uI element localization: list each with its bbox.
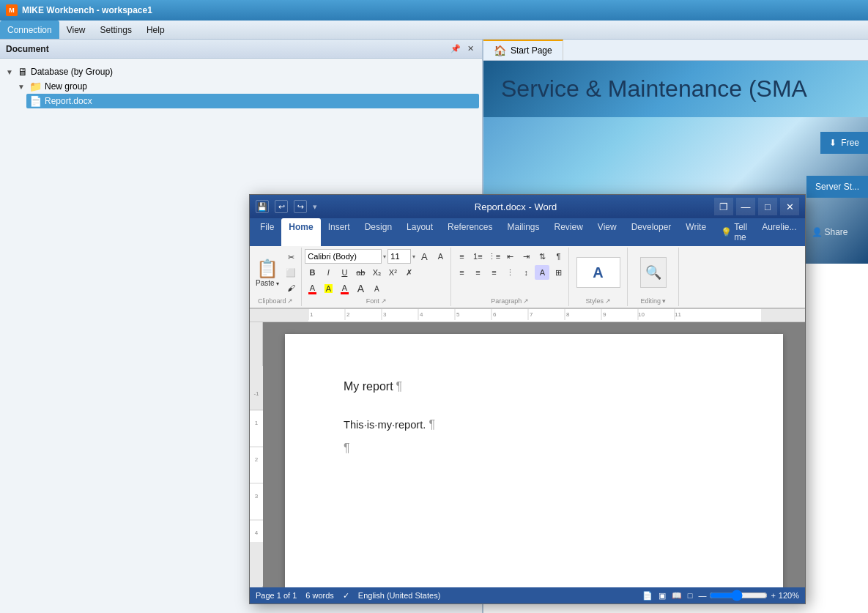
subscript-button[interactable]: X₂ [369,265,384,280]
cut-button[interactable]: ✂ [283,250,298,264]
strikethrough-button[interactable]: ab [353,265,368,280]
justify-button[interactable]: ⋮ [502,265,517,280]
multilevel-list-button[interactable]: ⋮≡ [486,249,501,264]
word-maximize-button[interactable]: □ [758,198,777,215]
app-title-bar: M MIKE Workbench - workspace1 [0,0,868,21]
tree-indent-1: ▼ 📁 New group 📄 Report.docx [3,79,479,108]
font-size-small-button[interactable]: A [369,281,384,296]
list-ordered-button[interactable]: 1≡ [470,249,485,264]
tab-review[interactable]: Review [546,218,590,246]
font-size-big-button[interactable]: A [353,281,368,296]
status-language: English (United States) [358,591,441,600]
tree-root[interactable]: ▼ 🖥 Database (by Group) [3,64,479,79]
underline-button[interactable]: U [337,265,352,280]
clipboard-expand-icon[interactable]: ↗ [287,297,293,305]
tab-view[interactable]: View [590,218,624,246]
paste-button[interactable]: 📋 Paste ▾ [253,257,282,289]
align-center-button[interactable]: ≡ [470,265,485,280]
clipboard-small-buttons: ✂ ⬜ 🖌 [283,250,298,295]
sort-button[interactable]: ⇅ [535,249,549,264]
word-save-button[interactable]: 💾 [256,200,269,213]
styles-expand-icon[interactable]: ↗ [605,297,611,305]
sma-title: Service & Maintenance (SMA [501,75,850,103]
tab-tell-me[interactable]: 💡Tell me [713,218,754,246]
tab-home[interactable]: Home [281,218,320,246]
borders-button[interactable]: ⊞ [551,265,565,280]
doc-line-3: ¶ [344,439,724,457]
tab-file[interactable]: File [253,218,281,246]
menu-connection[interactable]: Connection [0,21,59,39]
status-view-normal[interactable]: ▣ [659,591,666,601]
format-painter-button[interactable]: 🖌 [283,281,298,295]
zoom-range[interactable] [709,590,768,601]
bold-button[interactable]: B [305,265,319,280]
menu-help[interactable]: Help [139,21,172,39]
tree-group[interactable]: ▼ 📁 New group [15,79,479,94]
font-color-button[interactable]: A [305,281,319,296]
doc-text-1[interactable]: My report [344,378,393,395]
increase-indent-button[interactable]: ⇥ [519,249,533,264]
zoom-plus[interactable]: + [771,591,775,600]
menu-view[interactable]: View [59,21,93,39]
font-size-input[interactable] [387,249,411,264]
tab-layout[interactable]: Layout [399,218,440,246]
status-page: Page 1 of 1 [256,591,297,600]
decrease-font-button[interactable]: A [433,249,448,264]
paragraph-expand-icon[interactable]: ↗ [523,297,529,305]
panel-pin-button[interactable]: 📌 [450,43,461,55]
doc-content: My report ¶ This·is·my·report. ¶ ¶ [344,378,724,457]
font-size-dropdown-arrow[interactable]: ▾ [412,253,415,260]
shading-button[interactable]: A [535,265,549,280]
font-name-input[interactable] [305,249,382,264]
text-highlight-button[interactable]: A [321,281,335,296]
tab-references[interactable]: References [440,218,500,246]
word-undo-button[interactable]: ↩ [275,200,288,213]
status-view-read[interactable]: 📖 [672,591,682,601]
word-minimize-button[interactable]: — [736,198,755,215]
panel-close-button[interactable]: ✕ [464,43,476,55]
tab-developer[interactable]: Developer [624,218,679,246]
font-expand-icon[interactable]: ↗ [381,297,387,305]
tree-file[interactable]: 📄 Report.docx [26,94,479,108]
font-name-row: ▾ ▾ A A [305,249,448,264]
increase-font-button[interactable]: A [417,249,431,264]
align-right-button[interactable]: ≡ [486,265,501,280]
paragraph-group: ≡ 1≡ ⋮≡ ⇤ ⇥ ⇅ ¶ ≡ ≡ ≡ ⋮ ↕ A [451,248,569,306]
italic-button[interactable]: I [321,265,335,280]
word-restore-button[interactable]: ❐ [714,198,733,215]
word-redo-button[interactable]: ↩ [294,200,307,213]
tab-design[interactable]: Design [357,218,399,246]
align-left-button[interactable]: ≡ [454,265,469,280]
tab-share[interactable]: 👤Share [804,218,856,246]
zoom-minus[interactable]: — [698,591,706,600]
word-close-button[interactable]: ✕ [780,198,799,215]
styles-box[interactable]: A [576,257,620,288]
svg-text:3: 3 [383,311,387,318]
status-view-layout[interactable]: □ [688,591,693,600]
line-spacing-button[interactable]: ↕ [519,265,533,280]
tab-insert[interactable]: Insert [321,218,357,246]
editing-search-button[interactable]: 🔍 [640,257,667,288]
pilcrow-button[interactable]: ¶ [551,249,565,264]
free-button[interactable]: ⬇ Free [820,132,868,154]
tab-aurelie[interactable]: Aurelie... [754,218,804,246]
editing-group-content: 🔍 [640,249,667,296]
doc-text-2[interactable]: This·is·my·report. [344,417,426,433]
menu-settings[interactable]: Settings [93,21,139,39]
svg-text:2: 2 [254,456,258,463]
font-name-dropdown-arrow[interactable]: ▾ [383,253,386,260]
list-unordered-button[interactable]: ≡ [454,249,469,264]
font-color-2-button[interactable]: A [337,281,352,296]
editing-expand-icon[interactable]: ▾ [662,297,666,305]
decrease-indent-button[interactable]: ⇤ [502,249,517,264]
clear-format-button[interactable]: ✗ [401,265,416,280]
word-doc-area[interactable]: My report ¶ This·is·my·report. ¶ ¶ [263,322,805,587]
tab-mailings[interactable]: Mailings [500,218,546,246]
copy-button[interactable]: ⬜ [283,265,298,280]
tab-write[interactable]: Write [678,218,713,246]
search-icon: 🔍 [645,264,661,281]
clipboard-group: 📋 Paste ▾ ✂ ⬜ 🖌 Clipboard ↗ [250,248,302,306]
tab-start-page[interactable]: 🏠 Start Page [483,40,563,60]
pilcrow-3: ¶ [344,439,350,457]
superscript-button[interactable]: X² [385,265,400,280]
